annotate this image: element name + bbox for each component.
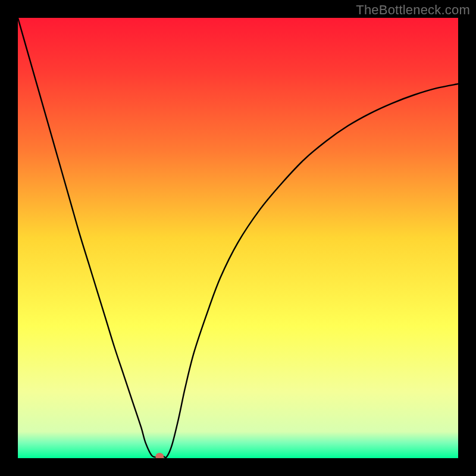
watermark-text: TheBottleneck.com (356, 2, 470, 18)
bottleneck-chart (18, 18, 458, 458)
chart-background (18, 18, 458, 458)
chart-frame: TheBottleneck.com (0, 0, 476, 476)
